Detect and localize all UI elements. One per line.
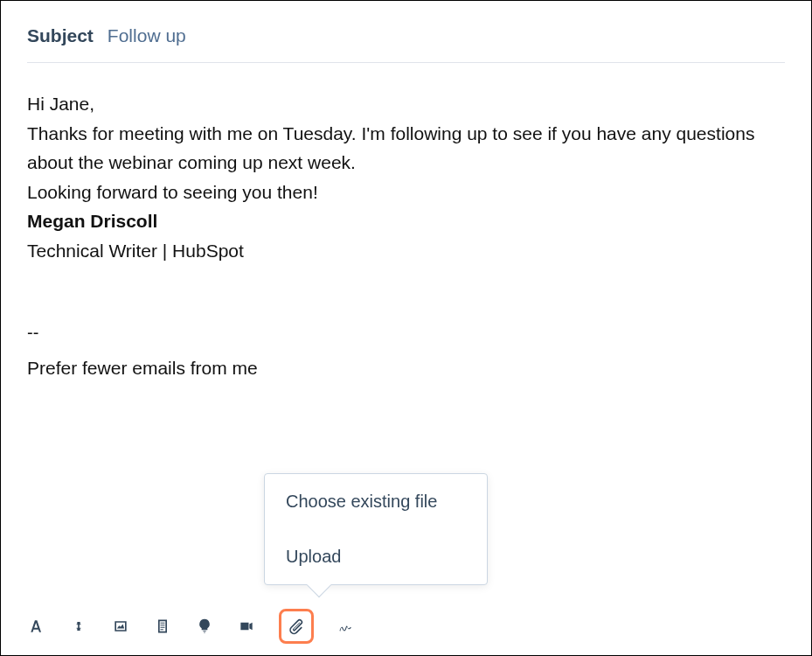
attachment-popover: Choose existing file Upload — [264, 473, 488, 585]
email-compose-container: Subject Follow up Hi Jane, Thanks for me… — [0, 0, 812, 656]
signature-name: Megan Driscoll — [27, 206, 785, 236]
document-icon — [154, 618, 171, 635]
editor-toolbar — [27, 601, 785, 639]
subject-row: Subject Follow up — [27, 25, 785, 63]
subject-input[interactable]: Follow up — [108, 25, 186, 46]
body-paragraph: Looking forward to seeing you then! — [27, 178, 785, 207]
signature-icon — [337, 618, 355, 635]
video-icon — [238, 618, 255, 635]
knowledge-button[interactable] — [195, 617, 214, 636]
lightbulb-icon — [196, 618, 213, 635]
body-greeting: Hi Jane, — [27, 89, 785, 119]
link-icon — [70, 618, 87, 635]
subject-label: Subject — [27, 25, 94, 46]
signature-block: Megan Driscoll Technical Writer | HubSpo… — [27, 206, 785, 265]
separator-dashes: -- — [27, 318, 785, 346]
choose-existing-file-option[interactable]: Choose existing file — [265, 474, 487, 529]
image-icon — [112, 618, 129, 635]
insert-video-button[interactable] — [237, 617, 256, 636]
attachment-icon — [288, 618, 305, 635]
text-format-button[interactable] — [27, 617, 46, 636]
insert-document-button[interactable] — [153, 617, 172, 636]
footer-unsubscribe-text: Prefer fewer emails from me — [27, 353, 785, 383]
text-format-icon — [28, 618, 45, 635]
signature-button[interactable] — [337, 617, 356, 636]
insert-link-button[interactable] — [69, 617, 88, 636]
attachment-button[interactable] — [279, 609, 314, 644]
signature-title: Technical Writer | HubSpot — [27, 236, 785, 266]
insert-image-button[interactable] — [111, 617, 130, 636]
body-paragraph: Thanks for meeting with me on Tuesday. I… — [27, 119, 785, 178]
upload-option[interactable]: Upload — [265, 529, 487, 584]
